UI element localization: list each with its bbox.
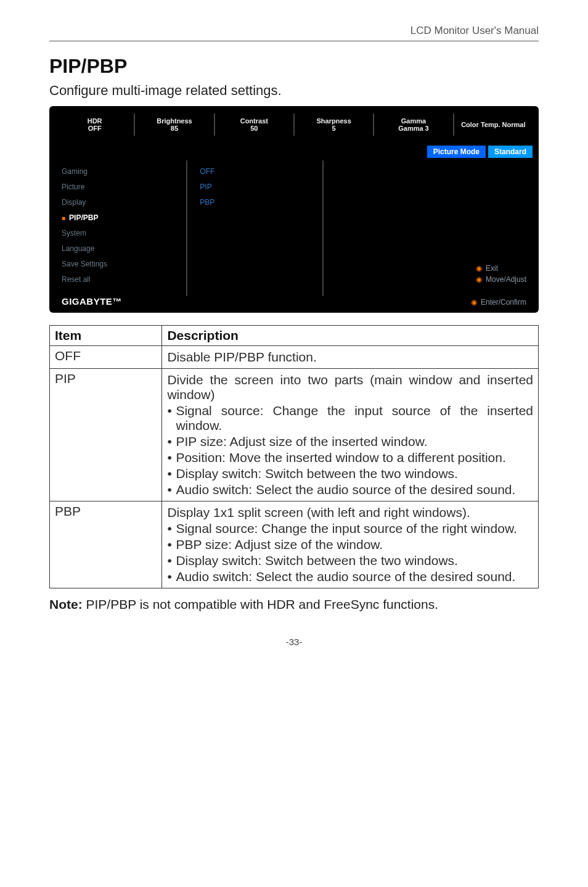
bullet-icon: •: [167, 450, 176, 465]
osd-stat-colortemp: Color Temp. Normal: [453, 113, 533, 136]
stat-label: Sharpness: [295, 117, 373, 125]
desc-cell: Divide the screen into two parts (main w…: [162, 369, 539, 501]
bullet-text: Audio switch: Select the audio source of…: [176, 569, 533, 584]
table-row: PIP Divide the screen into two parts (ma…: [50, 369, 539, 501]
submenu-pip: PIP: [200, 179, 309, 195]
col-header-description: Description: [162, 326, 539, 346]
stat-value: 5: [295, 125, 373, 132]
bullet: •PIP size: Adjust size of the inserted w…: [167, 434, 533, 449]
hint-exit-label: Exit: [486, 264, 498, 273]
menu-picture: Picture: [62, 179, 174, 195]
menu-reset-all: Reset all: [62, 272, 174, 287]
stat-label: Gamma: [374, 117, 452, 125]
bullet-text: PIP size: Adjust size of the inserted wi…: [176, 434, 533, 449]
desc-text: Disable PIP/PBP function.: [167, 350, 533, 365]
hint-enter-label: Enter/Confirm: [481, 298, 526, 307]
picture-mode-label: Picture Mode: [427, 146, 486, 158]
stat-value: OFF: [55, 125, 134, 132]
osd-right-panel: ◉Exit ◉Move/Adjust: [324, 160, 539, 296]
page-number: -33-: [49, 637, 539, 647]
hint-move-label: Move/Adjust: [486, 275, 526, 284]
stat-label: HDR: [55, 117, 134, 125]
bullet: •PBP size: Adjust size of the window.: [167, 537, 533, 552]
menu-save-settings: Save Settings: [62, 257, 174, 272]
joystick-icon: ◉: [476, 275, 482, 284]
bullet: •Signal source: Change the input source …: [167, 403, 533, 433]
stat-value: 50: [215, 125, 293, 132]
osd-screenshot: HDR OFF Brightness 85 Contrast 50 Sharpn…: [49, 106, 539, 313]
osd-main-menu: Gaming Picture Display PIP/PBP System La…: [49, 160, 186, 296]
manual-title: LCD Monitor User's Manual: [410, 25, 539, 36]
osd-stat-bar: HDR OFF Brightness 85 Contrast 50 Sharpn…: [49, 106, 539, 143]
description-table: Item Description OFF Disable PIP/PBP fun…: [49, 325, 539, 588]
desc-cell: Disable PIP/PBP function.: [162, 346, 539, 369]
hint-exit: ◉Exit: [476, 264, 526, 273]
stat-label: Contrast: [215, 117, 293, 125]
bullet: •Audio switch: Select the audio source o…: [167, 482, 533, 497]
hint-move: ◉Move/Adjust: [476, 275, 526, 284]
osd-stat-sharpness: Sharpness 5: [293, 113, 373, 136]
desc-text: Display 1x1 split screen (with left and …: [167, 505, 533, 520]
osd-brand: GIGABYTE™: [49, 296, 134, 313]
bullet-text: Signal source: Change the input source o…: [176, 403, 533, 433]
joystick-icon: ◉: [471, 298, 477, 307]
bullet-icon: •: [167, 553, 176, 568]
stat-value: Gamma 3: [374, 125, 452, 132]
osd-main: Gaming Picture Display PIP/PBP System La…: [49, 160, 539, 296]
osd-submenu: OFF PIP PBP: [186, 160, 323, 296]
bullet-text: PBP size: Adjust size of the window.: [176, 537, 533, 552]
note-label: Note:: [49, 597, 83, 611]
bullet-icon: •: [167, 569, 176, 584]
table-header-row: Item Description: [50, 326, 539, 346]
osd-stat-brightness: Brightness 85: [134, 113, 213, 136]
picture-mode-value: Standard: [488, 146, 533, 158]
table-row: PBP Display 1x1 split screen (with left …: [50, 501, 539, 588]
stat-label: Color Temp. Normal: [454, 121, 533, 128]
menu-system: System: [62, 226, 174, 241]
bullet-text: Display switch: Switch between the two w…: [176, 466, 533, 481]
desc-cell: Display 1x1 split screen (with left and …: [162, 501, 539, 588]
bullet: •Position: Move the inserted window to a…: [167, 450, 533, 465]
bullet-text: Audio switch: Select the audio source of…: [176, 482, 533, 497]
osd-stat-hdr: HDR OFF: [55, 113, 134, 136]
menu-language: Language: [62, 241, 174, 257]
osd-bottom: GIGABYTE™ ◉Enter/Confirm: [49, 296, 539, 313]
bullet: •Display switch: Switch between the two …: [167, 466, 533, 481]
bullet-text: Signal source: Change the input source o…: [176, 521, 533, 536]
desc-text: Divide the screen into two parts (main w…: [167, 373, 533, 402]
bullet-icon: •: [167, 537, 176, 552]
menu-gaming: Gaming: [62, 164, 174, 179]
osd-stat-gamma: Gamma Gamma 3: [373, 113, 452, 136]
note-text: PIP/PBP is not compatible with HDR and F…: [83, 597, 438, 611]
stat-value: 85: [135, 125, 213, 132]
hint-enter: ◉Enter/Confirm: [471, 298, 526, 307]
bullet-icon: •: [167, 434, 176, 449]
col-header-item: Item: [50, 326, 162, 346]
osd-picture-mode-bar: Picture Mode Standard: [49, 143, 539, 160]
joystick-icon: ◉: [476, 264, 482, 273]
table-row: OFF Disable PIP/PBP function.: [50, 346, 539, 369]
item-cell: PBP: [50, 501, 162, 588]
bullet-icon: •: [167, 466, 176, 481]
menu-display: Display: [62, 195, 174, 210]
item-cell: OFF: [50, 346, 162, 369]
bullet-text: Position: Move the inserted window to a …: [176, 450, 533, 465]
bullet-icon: •: [167, 521, 176, 536]
item-cell: PIP: [50, 369, 162, 501]
bullet-text: Display switch: Switch between the two w…: [176, 553, 533, 568]
page-subtitle: Configure multi-image related settings.: [49, 83, 539, 99]
page-title: PIP/PBP: [49, 55, 539, 78]
bullet-icon: •: [167, 403, 176, 433]
header-bar: LCD Monitor User's Manual: [49, 25, 539, 41]
osd-stat-contrast: Contrast 50: [214, 113, 293, 136]
submenu-pbp: PBP: [200, 195, 309, 210]
note: Note: PIP/PBP is not compatible with HDR…: [49, 597, 539, 612]
stat-label: Brightness: [135, 117, 213, 125]
osd-hints: ◉Exit ◉Move/Adjust: [476, 262, 526, 284]
bullet: •Display switch: Switch between the two …: [167, 553, 533, 568]
bullet: •Signal source: Change the input source …: [167, 521, 533, 536]
submenu-off: OFF: [200, 164, 309, 179]
bullet: •Audio switch: Select the audio source o…: [167, 569, 533, 584]
bullet-icon: •: [167, 482, 176, 497]
menu-pip-pbp: PIP/PBP: [62, 210, 174, 226]
